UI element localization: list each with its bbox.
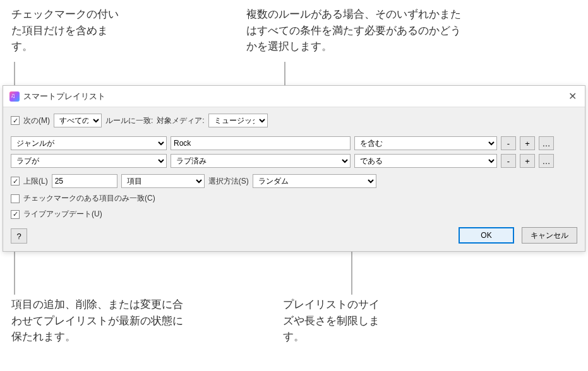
annotation-live-update: 項目の追加、削除、または変更に合わせてプレイリストが最新の状態に保たれます。 [11,297,188,345]
checked-only-checkbox[interactable] [11,194,20,203]
ok-button[interactable]: OK [459,227,514,244]
add-rule-button[interactable]: + [520,136,535,150]
match-all-any-select[interactable]: すべての [54,114,102,127]
rule-value-input[interactable] [171,136,351,150]
remove-rule-button[interactable]: - [501,154,516,168]
help-button[interactable]: ? [11,228,27,244]
limit-row: 上限(L) 項目 選択方法(S) ランダム [11,174,577,188]
limit-checkbox[interactable] [11,177,20,186]
limit-unit-select[interactable]: 項目 [121,174,205,188]
more-rule-button[interactable]: … [539,154,554,168]
live-update-checkbox[interactable] [11,210,20,219]
dialog-footer: ? OK キャンセル [11,227,577,244]
rule-operator-select[interactable]: を含む [354,136,497,150]
live-update-label: ライブアップデート(U) [23,209,102,220]
checked-only-row: チェックマークのある項目のみ一致(C) [11,193,577,204]
close-button[interactable]: ✕ [566,90,579,102]
match-row: 次の(M) すべての ルールに一致: 対象メディア: ミュージック [11,114,577,127]
rule-operator-select[interactable]: である [354,154,497,168]
rule-field-select[interactable]: ラブが [11,154,167,168]
annotation-multiple-rules: 複数のルールがある場合、そのいずれかまたはすべての条件を満たす必要があるのかどう… [246,6,461,55]
limit-label: 上限(L) [23,176,48,187]
match-label: 次の(M) [23,115,50,126]
target-media-select[interactable]: ミュージック [208,114,268,127]
rule-row: ラブが ラブ済み である - + … [11,154,577,168]
match-checkbox[interactable] [11,116,20,125]
add-rule-button[interactable]: + [520,154,535,168]
titlebar: スマートプレイリスト ✕ [3,86,585,107]
more-rule-button[interactable]: … [539,136,554,150]
target-media-label: 対象メディア: [157,115,204,126]
cancel-button[interactable]: キャンセル [522,227,577,244]
annotation-limit: プレイリストのサイズや長さを制限します。 [283,297,384,345]
checked-only-label: チェックマークのある項目のみ一致(C) [23,193,155,204]
callout-line [14,244,15,295]
live-update-row: ライブアップデート(U) [11,209,577,220]
limit-method-select[interactable]: ランダム [253,174,376,188]
limit-method-label: 選択方法(S) [208,176,249,187]
rules-area: ジャンルが を含む - + … ラブが ラブ済み である [11,136,577,168]
remove-rule-button[interactable]: - [501,136,516,150]
rule-field-select[interactable]: ジャンルが [11,136,167,150]
rule-value-select[interactable]: ラブ済み [171,154,351,168]
dialog-title: スマートプレイリスト [23,91,105,102]
rule-match-text: ルールに一致: [105,115,153,126]
annotation-checked-items: チェックマークの付いた項目だけを含めます。 [11,6,125,55]
limit-value-input[interactable] [52,174,117,188]
rule-row: ジャンルが を含む - + … [11,136,577,150]
smart-playlist-dialog: スマートプレイリスト ✕ 次の(M) すべての ルールに一致: 対象メディア: … [3,85,585,252]
app-icon [9,91,20,102]
